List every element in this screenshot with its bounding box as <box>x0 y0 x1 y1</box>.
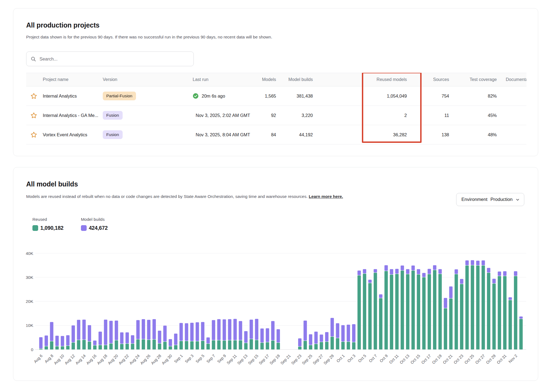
bar-segment-model-builds <box>401 266 404 270</box>
bar-segment-model-builds <box>411 266 415 270</box>
bar-segment-reused <box>422 277 425 349</box>
bar-segment-reused <box>174 345 177 349</box>
bar-segment-model-builds <box>298 338 301 346</box>
bar-segment-model-builds <box>417 269 420 274</box>
bar-segment-model-builds <box>331 318 334 336</box>
projects-table: Project nameVersionLast runModelsModel b… <box>26 73 526 144</box>
bar-segment-model-builds <box>336 323 339 338</box>
bar-segment-model-builds <box>406 269 409 274</box>
last-run-text: 20m 6s ago <box>202 94 225 99</box>
x-axis-tick-label: Oct 9 <box>379 354 389 363</box>
project-name-link[interactable]: Vortex Event Analytics <box>43 132 87 137</box>
favorite-button[interactable] <box>26 131 41 138</box>
legend-item-model-builds: Model builds424,672 <box>81 217 108 231</box>
bar-segment-model-builds <box>147 320 150 339</box>
y-axis-tick-label: 10K <box>26 323 34 328</box>
test-coverage-cell: 82% <box>451 94 499 99</box>
bar-segment-model-builds <box>185 323 188 341</box>
bar-segment-reused <box>207 344 210 349</box>
favorite-button[interactable] <box>26 112 41 119</box>
x-axis-tick-label: Oct 21 <box>442 354 453 365</box>
x-axis-tick-label: Sep 3 <box>184 354 194 364</box>
bar-segment-reused <box>271 340 274 349</box>
project-name-link[interactable]: Internal Analytics <box>43 94 77 98</box>
bar-segment-model-builds <box>88 325 91 341</box>
sources-cell: 754 <box>409 94 451 99</box>
bar-segment-reused <box>331 337 334 349</box>
search-box[interactable] <box>26 52 194 66</box>
bar-segment-reused <box>55 346 59 349</box>
bar-segment-reused <box>444 308 447 349</box>
table-row[interactable]: Vortex Event AnalyticsFusionNov 3, 2025,… <box>26 125 526 144</box>
bar-segment-model-builds <box>449 287 452 298</box>
bar-segment-model-builds <box>180 323 183 341</box>
x-axis-tick-label: Aug 8 <box>44 354 54 364</box>
environment-dropdown[interactable]: Environment Production <box>456 193 524 206</box>
bar-segment-reused <box>153 340 156 349</box>
x-axis-tick-label: Oct 3 <box>347 354 356 363</box>
bar-segment-model-builds <box>174 334 177 345</box>
version-badge: Partial-Fusion <box>103 92 136 100</box>
bar-segment-reused <box>347 342 350 349</box>
projects-card-title: All production projects <box>26 20 99 30</box>
bar-segment-reused <box>514 276 517 349</box>
x-axis-tick-label: Oct 27 <box>474 354 486 365</box>
x-axis-tick-label: Sep 19 <box>269 354 281 366</box>
chevron-down-icon <box>516 198 520 202</box>
legend-swatch <box>81 225 87 231</box>
bar-segment-reused <box>147 340 150 349</box>
x-axis-tick-label: Aug 12 <box>64 354 76 366</box>
legend-value: 424,672 <box>89 225 108 231</box>
bar-segment-reused <box>61 346 64 349</box>
bar-segment-reused <box>503 276 506 349</box>
x-axis-tick-label: Oct 5 <box>357 354 367 363</box>
bar-segment-model-builds <box>347 325 350 342</box>
bar-segment-model-builds <box>379 294 382 298</box>
bar-segment-reused <box>368 283 371 349</box>
success-status-icon <box>193 93 199 99</box>
bar-segment-reused <box>482 266 485 349</box>
models-cell: 92 <box>251 113 278 118</box>
bar-segment-reused <box>309 345 312 349</box>
x-axis-tick-label: Oct 13 <box>399 354 410 365</box>
environment-dropdown-value: Production <box>491 197 513 202</box>
bar-segment-reused <box>180 341 183 349</box>
bar-segment-model-builds <box>45 336 48 346</box>
x-axis-tick-label: Sep 7 <box>206 354 216 364</box>
bar-segment-model-builds <box>368 280 371 283</box>
bar-segment-reused <box>109 343 113 349</box>
bar-segment-model-builds <box>239 321 242 340</box>
x-axis-tick-label: Sep 13 <box>237 354 249 366</box>
bar-segment-reused <box>72 342 75 349</box>
bar-segment-reused <box>158 343 161 349</box>
bar-segment-model-builds <box>358 270 361 275</box>
model-builds-chart: 010K20K30K40KAug 6Aug 8Aug 10Aug 12Aug 1… <box>26 246 526 375</box>
bar-segment-model-builds <box>271 321 274 340</box>
bar-segment-model-builds <box>82 319 86 339</box>
bar-segment-reused <box>50 341 53 349</box>
favorite-button[interactable] <box>26 93 41 99</box>
bar-segment-model-builds <box>142 319 145 339</box>
bar-segment-model-builds <box>433 265 436 270</box>
legend-label: Model builds <box>81 217 108 222</box>
bar-segment-reused <box>233 340 237 349</box>
bar-segment-model-builds <box>104 319 107 345</box>
project-name-link[interactable]: Internal Analytics - GA Me... <box>43 113 98 118</box>
reused-models-cell: 2 <box>315 113 409 118</box>
bar-segment-model-builds <box>455 269 458 274</box>
bar-segment-reused <box>77 340 80 349</box>
bar-segment-reused <box>417 275 420 349</box>
learn-more-link[interactable]: Learn more here. <box>309 194 343 199</box>
chart-legend: Reused1,090,182Model builds424,672 <box>32 217 108 231</box>
legend-label: Reused <box>32 217 63 222</box>
bar-segment-reused <box>336 338 339 349</box>
table-row[interactable]: Internal AnalyticsPartial-Fusion20m 6s a… <box>26 86 526 106</box>
column-header-last-run: Last run <box>191 77 251 82</box>
search-input[interactable] <box>39 56 189 62</box>
bar-segment-reused <box>401 271 404 349</box>
bar-segment-reused <box>217 340 220 349</box>
x-axis-tick-label: Sep 9 <box>216 354 227 364</box>
table-row[interactable]: Internal Analytics - GA Me...FusionNov 3… <box>26 106 526 125</box>
x-axis-tick-label: Oct 31 <box>496 354 507 365</box>
bar-segment-model-builds <box>228 319 231 340</box>
